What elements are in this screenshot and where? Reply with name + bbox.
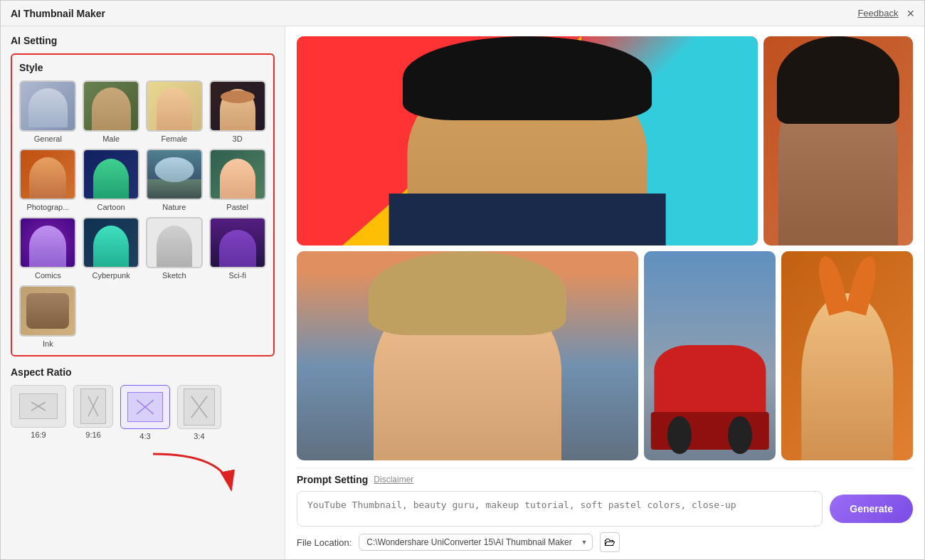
app-window: AI Thumbnail Maker Feedback × AI Setting… (0, 0, 925, 560)
style-thumb-cyberpunk (83, 217, 139, 268)
style-item-pastel[interactable]: Pastel (208, 149, 266, 211)
style-thumb-general (19, 80, 76, 132)
style-label-cartoon: Cartoon (97, 203, 125, 211)
style-thumb-cartoon (83, 149, 139, 200)
style-label-ink: Ink (43, 339, 53, 348)
style-label-pastel: Pastel (226, 203, 248, 211)
aspect-inner-9-16 (80, 389, 106, 424)
style-thumb-3d (209, 80, 266, 132)
style-thumb-sketch (146, 217, 203, 268)
title-bar-actions: Feedback × (857, 7, 914, 20)
gallery-area (297, 36, 913, 460)
style-grid: General Male (19, 80, 266, 348)
gallery-bottom-row (297, 251, 913, 460)
style-item-scifi[interactable]: Sci-fi (208, 217, 266, 280)
style-label: Style (19, 62, 266, 73)
aspect-label-3-4: 3:4 (194, 432, 204, 440)
folder-icon: 🗁 (604, 536, 615, 549)
style-label-sketch: Sketch (162, 271, 186, 280)
gallery-main-image[interactable] (297, 36, 758, 245)
generate-button[interactable]: Generate (830, 495, 913, 523)
prompt-input[interactable] (297, 491, 823, 527)
style-item-female[interactable]: Female (146, 80, 204, 143)
style-item-ink[interactable]: Ink (19, 285, 77, 348)
style-label-comics: Comics (35, 271, 61, 280)
gallery-bottom-mid-image[interactable] (644, 251, 776, 460)
gallery-bottom-right-image[interactable] (781, 251, 913, 460)
aspect-label-16-9: 16:9 (31, 430, 46, 439)
aspect-box-4-3 (120, 385, 170, 429)
prompt-row: Generate (297, 491, 913, 527)
style-label-female: Female (162, 134, 188, 143)
aspect-item-3-4[interactable]: 3:4 (177, 385, 221, 440)
title-bar: AI Thumbnail Maker Feedback × (1, 1, 924, 26)
aspect-item-16-9[interactable]: 16:9 (11, 385, 66, 440)
aspect-box-3-4 (177, 385, 221, 429)
style-item-cartoon[interactable]: Cartoon (83, 149, 140, 211)
feedback-link[interactable]: Feedback (857, 8, 898, 19)
style-item-3d[interactable]: 3D (208, 80, 266, 143)
aspect-box-9-16 (73, 385, 113, 428)
file-location-select[interactable]: C:\Wondershare UniConverter 15\AI Thumbn… (359, 534, 593, 551)
style-thumb-nature (146, 149, 203, 200)
style-label-cyberpunk: Cyberpunk (92, 271, 130, 280)
style-label-photography: Photograp... (26, 203, 69, 211)
style-item-photography[interactable]: Photograp... (19, 149, 77, 211)
style-thumb-male (83, 80, 139, 132)
style-label-3d: 3D (233, 134, 243, 143)
style-item-male[interactable]: Male (83, 80, 140, 143)
file-location-label: File Location: (297, 537, 352, 548)
file-location-select-wrapper: C:\Wondershare UniConverter 15\AI Thumbn… (359, 534, 593, 551)
aspect-ratio-title: Aspect Ratio (11, 366, 275, 378)
file-location-row: File Location: C:\Wondershare UniConvert… (297, 532, 913, 552)
prompt-header: Prompt Setting Disclaimer (297, 474, 913, 485)
style-thumb-female (146, 80, 203, 132)
style-thumb-scifi (209, 217, 266, 268)
main-content: AI Setting Style General (1, 26, 924, 559)
style-label-male: Male (102, 134, 120, 143)
style-thumb-comics (19, 217, 76, 268)
prompt-section: Prompt Setting Disclaimer Generate File … (297, 467, 913, 552)
left-panel: AI Setting Style General (1, 26, 285, 559)
style-item-general[interactable]: General (19, 80, 77, 143)
prompt-setting-title: Prompt Setting (297, 474, 368, 485)
aspect-inner-16-9 (19, 393, 58, 419)
gallery-bottom-main-image[interactable] (297, 251, 638, 460)
aspect-label-4-3: 4:3 (139, 432, 150, 440)
style-item-sketch[interactable]: Sketch (146, 217, 204, 280)
aspect-ratio-grid: 16:9 9:16 (11, 385, 275, 440)
aspect-inner-4-3 (127, 392, 163, 422)
close-button[interactable]: × (906, 7, 914, 20)
right-panel: Prompt Setting Disclaimer Generate File … (285, 26, 924, 559)
style-section: Style General (11, 53, 275, 356)
style-item-comics[interactable]: Comics (19, 217, 77, 280)
folder-button[interactable]: 🗁 (600, 532, 620, 552)
aspect-label-9-16: 9:16 (85, 430, 100, 439)
style-thumb-ink (19, 285, 76, 337)
aspect-item-9-16[interactable]: 9:16 (73, 385, 113, 440)
style-label-scifi: Sci-fi (228, 271, 245, 280)
style-item-cyberpunk[interactable]: Cyberpunk (83, 217, 140, 280)
style-item-nature[interactable]: Nature (146, 149, 204, 211)
aspect-inner-3-4 (184, 389, 215, 426)
style-label-nature: Nature (162, 203, 186, 211)
disclaimer-link[interactable]: Disclaimer (374, 475, 413, 485)
aspect-item-4-3[interactable]: 4:3 (120, 385, 170, 440)
style-label-general: General (34, 134, 62, 143)
ai-setting-title: AI Setting (11, 35, 275, 46)
aspect-box-16-9 (11, 385, 66, 428)
gallery-top-right-image[interactable] (763, 36, 913, 245)
app-title: AI Thumbnail Maker (11, 8, 105, 19)
aspect-ratio-section: Aspect Ratio 16:9 (11, 366, 275, 440)
style-thumb-photography (19, 149, 76, 200)
style-thumb-pastel (209, 149, 266, 200)
